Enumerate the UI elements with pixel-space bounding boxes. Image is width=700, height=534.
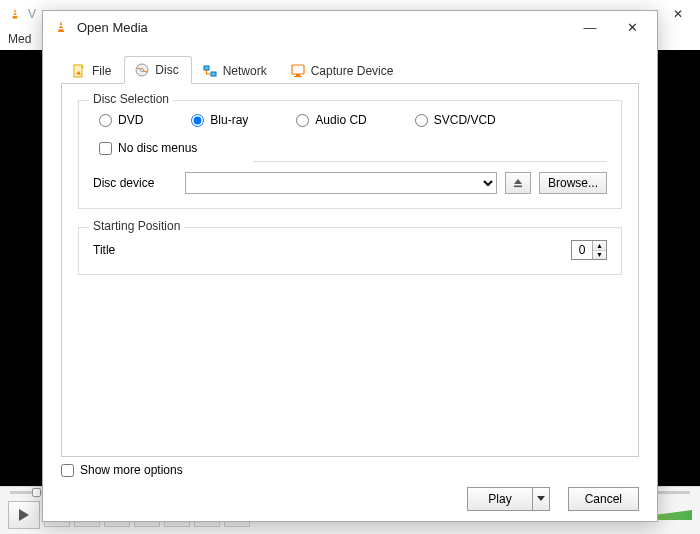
svg-rect-16	[296, 74, 300, 76]
svg-rect-6	[58, 25, 64, 26]
tab-network[interactable]: Network	[192, 56, 280, 84]
title-spinner[interactable]: ▲ ▼	[571, 240, 607, 260]
play-dropdown-button[interactable]	[532, 487, 550, 511]
svg-rect-15	[292, 65, 304, 74]
group-legend: Starting Position	[89, 219, 184, 233]
capture-icon	[291, 64, 305, 78]
tab-capture[interactable]: Capture Device	[280, 56, 407, 84]
cancel-button[interactable]: Cancel	[568, 487, 639, 511]
svg-marker-5	[58, 21, 64, 32]
browse-button[interactable]: Browse...	[539, 172, 607, 194]
checkbox-label: Show more options	[80, 463, 183, 477]
svg-marker-0	[12, 9, 17, 19]
radio-bluray[interactable]: Blu-ray	[191, 113, 248, 127]
radio-label: DVD	[118, 113, 143, 127]
disc-selection-group: Disc Selection DVD Blu-ray Audio CD	[78, 100, 622, 209]
vlc-cone-icon	[8, 7, 22, 21]
tab-file[interactable]: File	[61, 56, 124, 84]
dialog-minimize-button[interactable]: —	[569, 13, 611, 41]
bg-title: V	[28, 7, 36, 21]
checkbox-show-more-options[interactable]: Show more options	[61, 463, 639, 477]
radio-label: Blu-ray	[210, 113, 248, 127]
network-icon	[203, 64, 217, 78]
group-legend: Disc Selection	[89, 92, 173, 106]
checkbox-label: No disc menus	[118, 141, 197, 155]
menu-media[interactable]: Med	[8, 32, 31, 46]
tab-label: Network	[223, 64, 267, 78]
title-label: Title	[93, 243, 115, 257]
dialog-titlebar: Open Media — ✕	[43, 11, 657, 43]
play-button[interactable]	[8, 501, 40, 529]
dialog-title: Open Media	[77, 20, 148, 35]
svg-rect-19	[514, 186, 522, 188]
svg-marker-18	[514, 179, 522, 184]
tab-label: File	[92, 64, 111, 78]
play-button[interactable]: Play	[467, 487, 531, 511]
bg-close-button[interactable]: ✕	[656, 0, 700, 28]
play-split-button[interactable]: Play	[467, 487, 549, 511]
spinner-down-icon[interactable]: ▼	[593, 251, 606, 260]
svg-rect-8	[74, 65, 82, 77]
tab-label: Capture Device	[311, 64, 394, 78]
dialog-close-button[interactable]: ✕	[611, 13, 653, 41]
starting-position-group: Starting Position Title ▲ ▼	[78, 227, 622, 275]
radio-label: Audio CD	[315, 113, 366, 127]
separator	[253, 161, 607, 162]
radio-audio-cd[interactable]: Audio CD	[296, 113, 366, 127]
radio-svcd-vcd[interactable]: SVCD/VCD	[415, 113, 496, 127]
disc-device-select[interactable]	[185, 172, 497, 194]
eject-button[interactable]	[505, 172, 531, 194]
vlc-cone-icon	[53, 19, 69, 35]
disc-icon	[135, 63, 149, 77]
svg-rect-17	[294, 76, 302, 77]
svg-marker-20	[537, 496, 545, 501]
file-icon	[72, 64, 86, 78]
open-media-dialog: Open Media — ✕ File Disc	[42, 10, 658, 522]
radio-label: SVCD/VCD	[434, 113, 496, 127]
disc-panel: Disc Selection DVD Blu-ray Audio CD	[61, 84, 639, 457]
svg-rect-14	[211, 72, 216, 76]
spinner-up-icon[interactable]: ▲	[593, 241, 606, 251]
tab-disc[interactable]: Disc	[124, 56, 191, 84]
tab-label: Disc	[155, 63, 178, 77]
svg-rect-1	[12, 12, 17, 13]
title-input[interactable]	[572, 241, 592, 259]
svg-marker-3	[19, 509, 29, 521]
svg-rect-2	[13, 15, 17, 16]
svg-rect-13	[204, 66, 209, 70]
svg-rect-7	[59, 28, 63, 29]
media-tabs: File Disc Network Capture Device	[61, 55, 639, 84]
checkbox-no-disc-menus[interactable]: No disc menus	[93, 141, 607, 155]
disc-device-label: Disc device	[93, 176, 177, 190]
radio-dvd[interactable]: DVD	[99, 113, 143, 127]
